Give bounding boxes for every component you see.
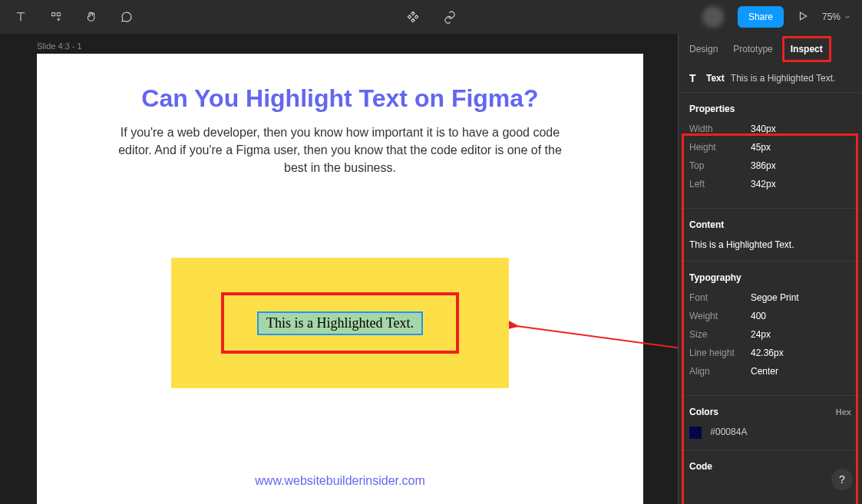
color-row[interactable]: #00084A xyxy=(689,427,851,439)
color-chip xyxy=(689,427,702,439)
content-section: Content This is a Highlighted Text. xyxy=(679,208,862,261)
footer-url: www.websitebuilderinsider.com xyxy=(37,474,643,488)
typography-section: Typography FontSegoe Print Weight400 Siz… xyxy=(679,261,862,395)
play-button[interactable] xyxy=(798,11,808,24)
colors-section: Colors Hex #00084A xyxy=(679,395,862,450)
typo-lineheight: Line height42.36px xyxy=(689,348,851,358)
prop-width: Width340px xyxy=(689,124,851,134)
typo-align: AlignCenter xyxy=(689,366,851,377)
components-icon[interactable] xyxy=(406,10,420,24)
text-layer-icon: T xyxy=(689,72,700,84)
zoom-label: 75% xyxy=(822,12,841,22)
properties-heading: Properties xyxy=(689,104,851,114)
typo-font: FontSegoe Print xyxy=(689,292,851,303)
svg-rect-0 xyxy=(52,13,55,16)
prop-top: Top386px xyxy=(689,160,851,171)
avatar[interactable] xyxy=(702,6,724,28)
colors-mode[interactable]: Hex xyxy=(836,407,851,417)
node-kind: Text xyxy=(706,73,725,84)
inspect-panel: Design Prototype Inspect T Text This is … xyxy=(678,34,862,504)
slide-title: Can You Highlight Text on Figma? xyxy=(37,84,643,113)
typo-size: Size24px xyxy=(689,329,851,340)
slide-paragraph: If you're a web developer, then you know… xyxy=(117,124,563,177)
tab-inspect[interactable]: Inspect xyxy=(782,36,831,62)
share-button[interactable]: Share xyxy=(738,6,784,28)
prop-left: Left342px xyxy=(689,179,851,189)
highlighted-text[interactable]: This is a Highlighted Text. xyxy=(257,311,423,335)
link-icon[interactable] xyxy=(443,10,457,24)
content-text: This is a Highlighted Text. xyxy=(689,239,851,250)
text-tool-icon[interactable] xyxy=(14,10,28,24)
svg-rect-1 xyxy=(57,13,60,16)
colors-heading: Colors Hex xyxy=(689,407,851,417)
comment-tool-icon[interactable] xyxy=(120,10,134,24)
chevron-down-icon xyxy=(844,13,851,21)
color-hex: #00084A xyxy=(710,427,747,437)
slide-frame[interactable]: Can You Highlight Text on Figma? If you'… xyxy=(37,54,643,504)
annotation-box: This is a Highlighted Text. xyxy=(221,292,459,354)
code-heading: Code xyxy=(689,461,851,472)
typo-weight: Weight400 xyxy=(689,311,851,321)
frame-label: Slide 4:3 - 1 xyxy=(37,41,82,51)
help-button[interactable]: ? xyxy=(831,469,853,490)
prop-height: Height45px xyxy=(689,142,851,153)
highlight-container: This is a Highlighted Text. xyxy=(171,258,509,388)
zoom-control[interactable]: 75% xyxy=(822,12,851,22)
tab-design[interactable]: Design xyxy=(689,44,718,54)
content-heading: Content xyxy=(689,219,851,230)
selected-node-row: T Text This is a Highlighted Text. xyxy=(679,64,862,92)
frame-tool-icon[interactable] xyxy=(49,10,63,24)
top-toolbar: Share 75% xyxy=(0,0,862,34)
typography-heading: Typography xyxy=(689,272,851,283)
canvas-area[interactable]: Slide 4:3 - 1 Can You Highlight Text on … xyxy=(0,34,678,504)
tab-prototype[interactable]: Prototype xyxy=(733,44,772,54)
properties-section: Properties Width340px Height45px Top386p… xyxy=(679,92,862,208)
hand-tool-icon[interactable] xyxy=(84,10,98,24)
node-name: This is a Highlighted Text. xyxy=(731,73,836,84)
